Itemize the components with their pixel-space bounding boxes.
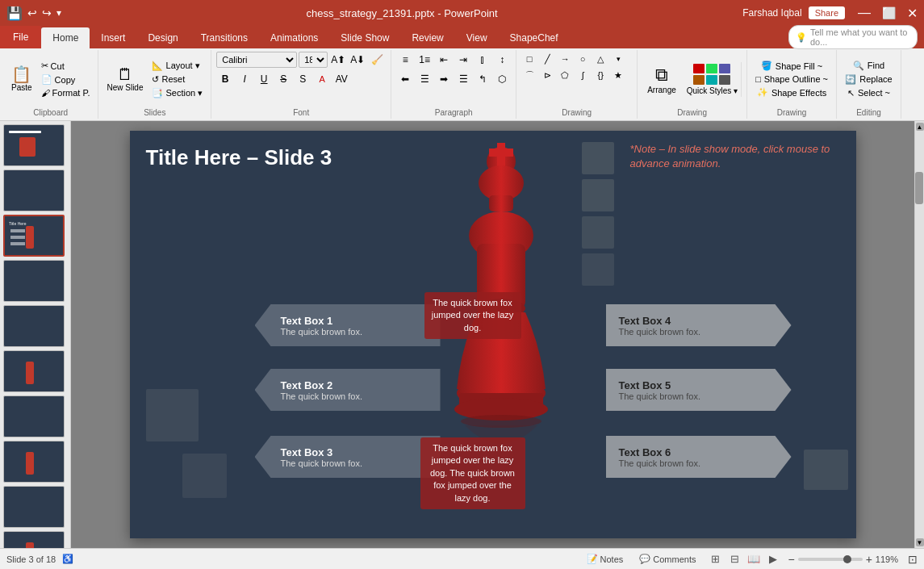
- strikethrough-btn[interactable]: S: [274, 71, 292, 87]
- tell-me-bar[interactable]: 💡 Tell me what you want to do...: [788, 25, 918, 49]
- slideshow-view-icon[interactable]: ▶: [765, 552, 781, 567]
- tab-shapechef[interactable]: ShapeChef: [499, 27, 570, 48]
- fit-slide-btn[interactable]: ⊡: [908, 553, 918, 566]
- text-direction-btn[interactable]: ↰: [474, 71, 491, 87]
- shape-connector[interactable]: ⌒: [521, 68, 537, 82]
- textbox-1[interactable]: Text Box 1 The quick brown fox.: [255, 304, 441, 346]
- slide-thumb-3[interactable]: Title Here: [3, 215, 65, 257]
- restore-icon[interactable]: ⬜: [882, 6, 896, 19]
- slide-thumb-9[interactable]: [3, 486, 65, 528]
- zoom-out-btn[interactable]: −: [788, 553, 794, 566]
- shape-curve[interactable]: ∫: [575, 68, 591, 82]
- bullets-btn[interactable]: ≡: [396, 52, 414, 68]
- arrange-button[interactable]: ⧉ Arrange: [642, 63, 681, 96]
- shape-rect[interactable]: □: [521, 52, 537, 66]
- tab-animations[interactable]: Animations: [259, 27, 329, 48]
- select-button[interactable]: ↖ Select ~: [844, 87, 893, 99]
- normal-view-icon[interactable]: ⊞: [707, 552, 723, 567]
- reset-button[interactable]: ↺ Reset: [148, 73, 206, 86]
- shape-brace[interactable]: {}: [592, 68, 608, 82]
- increase-indent-btn[interactable]: ⇥: [454, 52, 472, 68]
- undo-icon[interactable]: ↩: [27, 6, 37, 19]
- right-scrollbar[interactable]: ▲ ▼: [914, 121, 924, 548]
- textbox-2[interactable]: Text Box 2 The quick brown fox.: [255, 369, 441, 411]
- shape-outline-button[interactable]: □ Shape Outline ~: [752, 73, 831, 85]
- textbox-3[interactable]: Text Box 3 The quick brown fox.: [255, 436, 441, 478]
- align-left-btn[interactable]: ⬅: [396, 71, 414, 87]
- zoom-slider[interactable]: [798, 558, 863, 561]
- paste-button[interactable]: 📋 Paste: [8, 65, 36, 94]
- underline-btn[interactable]: U: [255, 71, 273, 87]
- zoom-in-btn[interactable]: +: [866, 553, 872, 566]
- slide-thumb-2[interactable]: [3, 169, 65, 211]
- new-slide-button[interactable]: 🗒 New Slide: [103, 65, 146, 94]
- accessibility-icon[interactable]: ♿: [62, 554, 73, 564]
- decrease-indent-btn[interactable]: ⇤: [435, 52, 453, 68]
- numbering-btn[interactable]: 1≡: [416, 52, 433, 68]
- align-center-btn[interactable]: ☰: [416, 71, 433, 87]
- replace-button[interactable]: 🔄 Replace: [842, 73, 895, 86]
- slide-thumb-6[interactable]: [3, 350, 65, 392]
- increase-font-btn[interactable]: A⬆: [329, 52, 347, 68]
- cut-button[interactable]: ✂ Cut: [38, 60, 94, 72]
- slide-thumb-8[interactable]: [3, 441, 65, 483]
- shape-triangle[interactable]: △: [592, 52, 608, 66]
- redo-icon[interactable]: ↪: [42, 6, 52, 19]
- textbox-4[interactable]: Text Box 4 The quick brown fox.: [606, 304, 792, 346]
- shadow-btn[interactable]: S: [294, 71, 311, 87]
- bold-btn[interactable]: B: [216, 71, 234, 87]
- quick-styles-button[interactable]: Quick Styles ▾: [684, 62, 742, 97]
- font-family-select[interactable]: Calibri: [216, 52, 297, 68]
- customize-icon[interactable]: ▾: [56, 7, 61, 19]
- section-button[interactable]: 📑 Section ▾: [148, 87, 206, 99]
- format-painter-button[interactable]: 🖌 Format P.: [38, 87, 94, 98]
- slide-thumb-10[interactable]: [3, 531, 65, 548]
- decrease-font-btn[interactable]: A⬇: [349, 52, 366, 68]
- tab-view[interactable]: View: [455, 27, 499, 48]
- justify-btn[interactable]: ☰: [454, 71, 472, 87]
- shape-chevron[interactable]: ⊳: [539, 68, 555, 82]
- shape-ellipse[interactable]: ○: [575, 52, 591, 66]
- reading-view-icon[interactable]: 📖: [746, 552, 762, 567]
- minimize-icon[interactable]: —: [858, 6, 871, 20]
- layout-button[interactable]: 📐 Layout ▾: [148, 60, 206, 72]
- tab-home[interactable]: Home: [41, 27, 90, 48]
- character-spacing-btn[interactable]: AV: [332, 71, 350, 87]
- font-color-btn[interactable]: A: [313, 71, 331, 87]
- shape-pentagon[interactable]: ⬠: [557, 68, 573, 82]
- shape-arrow[interactable]: →: [557, 52, 573, 66]
- slide-sorter-icon[interactable]: ⊟: [726, 552, 742, 567]
- tab-transitions[interactable]: Transitions: [190, 27, 259, 48]
- shape-more[interactable]: ▾: [610, 52, 626, 66]
- textbox-6[interactable]: Text Box 6 The quick brown fox.: [606, 436, 792, 478]
- italic-btn[interactable]: I: [236, 71, 253, 87]
- comments-button[interactable]: 💬 Comments: [634, 552, 700, 566]
- tab-review[interactable]: Review: [400, 27, 454, 48]
- tab-slideshow[interactable]: Slide Show: [329, 27, 400, 48]
- align-right-btn[interactable]: ➡: [435, 71, 453, 87]
- tab-design[interactable]: Design: [136, 27, 189, 48]
- notes-button[interactable]: 📝 Notes: [582, 552, 629, 566]
- slide-canvas[interactable]: Title Here – Slide 3 *Note – In slide sh…: [130, 131, 856, 538]
- shape-star[interactable]: ★: [610, 68, 626, 82]
- slide-thumb-5[interactable]: [3, 305, 65, 347]
- save-icon[interactable]: 💾: [6, 6, 23, 21]
- slide-thumb-4[interactable]: [3, 260, 65, 302]
- columns-btn[interactable]: ⫿: [474, 52, 491, 68]
- clear-format-btn[interactable]: 🧹: [368, 52, 386, 68]
- close-icon[interactable]: ✕: [907, 6, 918, 21]
- find-button[interactable]: 🔍 Find: [850, 60, 888, 72]
- font-size-select[interactable]: 18: [299, 52, 328, 68]
- copy-button[interactable]: 📄 Copy: [38, 73, 94, 86]
- shape-effects-button[interactable]: ✨ Shape Effects: [754, 86, 830, 98]
- smart-art-btn[interactable]: ⬡: [493, 71, 511, 87]
- line-spacing-btn[interactable]: ↕: [493, 52, 511, 68]
- textbox-5[interactable]: Text Box 5 The quick brown fox.: [606, 369, 792, 411]
- slide-thumb-7[interactable]: [3, 395, 65, 437]
- shape-fill-button[interactable]: 🪣 Shape Fill ~: [758, 60, 826, 72]
- tab-file[interactable]: File: [0, 26, 41, 48]
- slide-thumb-1[interactable]: [3, 124, 65, 166]
- share-button[interactable]: Share: [809, 6, 845, 19]
- shape-line[interactable]: ╱: [539, 52, 555, 66]
- tab-insert[interactable]: Insert: [90, 27, 136, 48]
